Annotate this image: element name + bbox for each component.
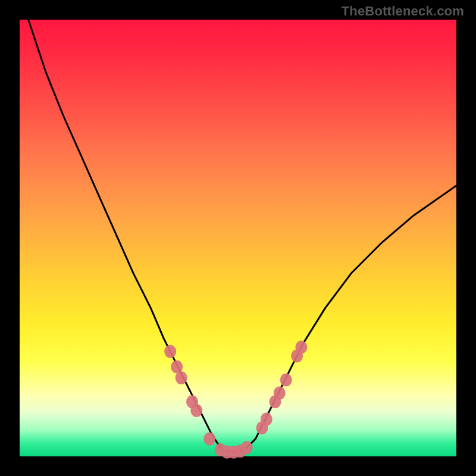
bottleneck-curve — [20, 0, 456, 452]
plot-area — [20, 20, 456, 456]
curve-marker — [241, 441, 253, 454]
curve-svg — [20, 20, 456, 456]
curve-marker — [295, 341, 307, 354]
curve-marker — [261, 413, 273, 426]
curve-marker — [274, 387, 286, 400]
watermark-text: TheBottleneck.com — [342, 4, 464, 19]
curve-marker — [190, 404, 202, 417]
curve-marker — [164, 345, 176, 358]
curve-marker — [203, 433, 215, 446]
chart-container: TheBottleneck.com — [0, 0, 476, 476]
curve-marker — [176, 371, 187, 384]
curve-path — [20, 0, 456, 452]
curve-marker — [280, 374, 292, 387]
curve-markers — [164, 341, 307, 459]
